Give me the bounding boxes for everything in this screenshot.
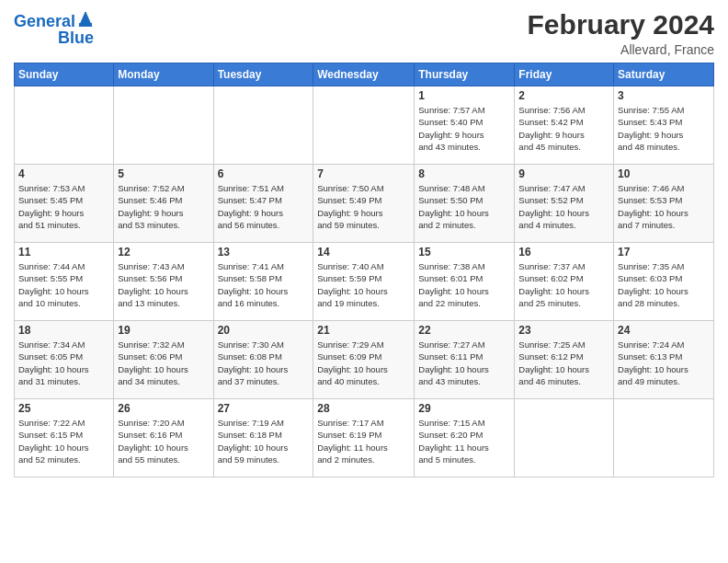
day-number: 7 <box>317 167 410 180</box>
calendar-cell: 3Sunrise: 7:55 AM Sunset: 5:43 PM Daylig… <box>614 86 714 165</box>
day-number: 16 <box>518 246 609 259</box>
day-detail: Sunrise: 7:22 AM Sunset: 6:15 PM Dayligh… <box>18 417 109 465</box>
day-detail: Sunrise: 7:24 AM Sunset: 6:13 PM Dayligh… <box>618 339 710 387</box>
calendar-cell: 11Sunrise: 7:44 AM Sunset: 5:55 PM Dayli… <box>15 243 114 321</box>
day-number: 27 <box>218 402 310 415</box>
day-number: 9 <box>518 167 609 180</box>
day-detail: Sunrise: 7:29 AM Sunset: 6:09 PM Dayligh… <box>317 339 410 387</box>
logo-text-blue: Blue <box>58 29 94 48</box>
calendar-cell: 28Sunrise: 7:17 AM Sunset: 6:19 PM Dayli… <box>313 399 415 477</box>
day-detail: Sunrise: 7:15 AM Sunset: 6:20 PM Dayligh… <box>418 417 510 465</box>
calendar-cell: 23Sunrise: 7:25 AM Sunset: 6:12 PM Dayli… <box>515 321 614 399</box>
day-number: 13 <box>218 246 310 259</box>
day-detail: Sunrise: 7:30 AM Sunset: 6:08 PM Dayligh… <box>218 339 310 387</box>
calendar-week-row: 4Sunrise: 7:53 AM Sunset: 5:45 PM Daylig… <box>15 165 714 243</box>
day-number: 21 <box>317 324 410 337</box>
day-number: 22 <box>418 324 510 337</box>
calendar-cell: 20Sunrise: 7:30 AM Sunset: 6:08 PM Dayli… <box>213 321 313 399</box>
calendar-cell <box>114 86 213 165</box>
calendar-week-row: 1Sunrise: 7:57 AM Sunset: 5:40 PM Daylig… <box>15 86 714 165</box>
day-detail: Sunrise: 7:44 AM Sunset: 5:55 PM Dayligh… <box>18 260 109 309</box>
day-number: 4 <box>18 167 109 180</box>
calendar-cell: 26Sunrise: 7:20 AM Sunset: 6:16 PM Dayli… <box>114 399 213 477</box>
day-number: 2 <box>518 89 609 102</box>
day-detail: Sunrise: 7:55 AM Sunset: 5:43 PM Dayligh… <box>618 104 710 153</box>
day-number: 25 <box>18 402 109 415</box>
logo-icon <box>77 8 94 29</box>
calendar-week-row: 25Sunrise: 7:22 AM Sunset: 6:15 PM Dayli… <box>15 399 714 477</box>
day-detail: Sunrise: 7:41 AM Sunset: 5:58 PM Dayligh… <box>218 260 310 309</box>
calendar-cell: 14Sunrise: 7:40 AM Sunset: 5:59 PM Dayli… <box>313 243 415 321</box>
day-detail: Sunrise: 7:19 AM Sunset: 6:18 PM Dayligh… <box>218 417 310 465</box>
subtitle: Allevard, France <box>528 42 714 57</box>
calendar-cell <box>213 86 313 165</box>
day-detail: Sunrise: 7:34 AM Sunset: 6:05 PM Dayligh… <box>18 339 109 387</box>
calendar-cell: 15Sunrise: 7:38 AM Sunset: 6:01 PM Dayli… <box>415 243 515 321</box>
day-number: 10 <box>618 167 710 180</box>
day-number: 24 <box>618 324 710 337</box>
calendar-cell: 1Sunrise: 7:57 AM Sunset: 5:40 PM Daylig… <box>415 86 515 165</box>
day-detail: Sunrise: 7:48 AM Sunset: 5:50 PM Dayligh… <box>418 182 510 231</box>
day-detail: Sunrise: 7:17 AM Sunset: 6:19 PM Dayligh… <box>317 417 410 465</box>
day-number: 8 <box>418 167 510 180</box>
day-number: 20 <box>218 324 310 337</box>
calendar-cell: 4Sunrise: 7:53 AM Sunset: 5:45 PM Daylig… <box>15 165 114 243</box>
title-area: February 2024 Allevard, France <box>528 9 714 57</box>
calendar-cell: 9Sunrise: 7:47 AM Sunset: 5:52 PM Daylig… <box>515 165 614 243</box>
day-number: 15 <box>418 246 510 259</box>
weekday-header-thursday: Thursday <box>415 63 515 86</box>
day-number: 18 <box>18 324 109 337</box>
day-detail: Sunrise: 7:43 AM Sunset: 5:56 PM Dayligh… <box>118 260 209 309</box>
day-number: 28 <box>317 402 410 415</box>
day-number: 5 <box>118 167 209 180</box>
day-number: 11 <box>18 246 109 259</box>
calendar-cell: 24Sunrise: 7:24 AM Sunset: 6:13 PM Dayli… <box>614 321 714 399</box>
day-detail: Sunrise: 7:27 AM Sunset: 6:11 PM Dayligh… <box>418 339 510 387</box>
day-number: 29 <box>418 402 510 415</box>
day-number: 14 <box>317 246 410 259</box>
day-number: 1 <box>418 89 510 102</box>
calendar-cell: 29Sunrise: 7:15 AM Sunset: 6:20 PM Dayli… <box>415 399 515 477</box>
calendar-cell: 22Sunrise: 7:27 AM Sunset: 6:11 PM Dayli… <box>415 321 515 399</box>
day-detail: Sunrise: 7:52 AM Sunset: 5:46 PM Dayligh… <box>118 182 209 231</box>
weekday-header-row: SundayMondayTuesdayWednesdayThursdayFrid… <box>15 63 714 86</box>
day-detail: Sunrise: 7:50 AM Sunset: 5:49 PM Dayligh… <box>317 182 410 231</box>
day-detail: Sunrise: 7:57 AM Sunset: 5:40 PM Dayligh… <box>418 104 510 153</box>
calendar-cell <box>313 86 415 165</box>
weekday-header-wednesday: Wednesday <box>313 63 415 86</box>
main-title: February 2024 <box>528 9 714 40</box>
svg-rect-0 <box>79 23 92 26</box>
calendar-cell: 21Sunrise: 7:29 AM Sunset: 6:09 PM Dayli… <box>313 321 415 399</box>
header: General Blue February 2024 Allevard, Fra… <box>14 9 714 57</box>
day-detail: Sunrise: 7:47 AM Sunset: 5:52 PM Dayligh… <box>518 182 609 231</box>
day-detail: Sunrise: 7:32 AM Sunset: 6:06 PM Dayligh… <box>118 339 209 387</box>
calendar-cell: 7Sunrise: 7:50 AM Sunset: 5:49 PM Daylig… <box>313 165 415 243</box>
calendar-week-row: 18Sunrise: 7:34 AM Sunset: 6:05 PM Dayli… <box>15 321 714 399</box>
day-number: 12 <box>118 246 209 259</box>
calendar-cell: 16Sunrise: 7:37 AM Sunset: 6:02 PM Dayli… <box>515 243 614 321</box>
day-detail: Sunrise: 7:35 AM Sunset: 6:03 PM Dayligh… <box>618 260 710 309</box>
calendar-cell <box>15 86 114 165</box>
day-detail: Sunrise: 7:53 AM Sunset: 5:45 PM Dayligh… <box>18 182 109 231</box>
page: General Blue February 2024 Allevard, Fra… <box>0 0 728 563</box>
weekday-header-friday: Friday <box>515 63 614 86</box>
calendar-cell: 25Sunrise: 7:22 AM Sunset: 6:15 PM Dayli… <box>15 399 114 477</box>
day-number: 23 <box>518 324 609 337</box>
calendar-cell: 17Sunrise: 7:35 AM Sunset: 6:03 PM Dayli… <box>614 243 714 321</box>
calendar-cell <box>515 399 614 477</box>
calendar-week-row: 11Sunrise: 7:44 AM Sunset: 5:55 PM Dayli… <box>15 243 714 321</box>
calendar-cell: 19Sunrise: 7:32 AM Sunset: 6:06 PM Dayli… <box>114 321 213 399</box>
calendar-cell: 18Sunrise: 7:34 AM Sunset: 6:05 PM Dayli… <box>15 321 114 399</box>
day-detail: Sunrise: 7:40 AM Sunset: 5:59 PM Dayligh… <box>317 260 410 309</box>
calendar-cell <box>614 399 714 477</box>
calendar-cell: 12Sunrise: 7:43 AM Sunset: 5:56 PM Dayli… <box>114 243 213 321</box>
day-detail: Sunrise: 7:46 AM Sunset: 5:53 PM Dayligh… <box>618 182 710 231</box>
day-detail: Sunrise: 7:25 AM Sunset: 6:12 PM Dayligh… <box>518 339 609 387</box>
calendar-table: SundayMondayTuesdayWednesdayThursdayFrid… <box>14 63 714 477</box>
calendar-cell: 27Sunrise: 7:19 AM Sunset: 6:18 PM Dayli… <box>213 399 313 477</box>
weekday-header-saturday: Saturday <box>614 63 714 86</box>
day-detail: Sunrise: 7:38 AM Sunset: 6:01 PM Dayligh… <box>418 260 510 309</box>
weekday-header-tuesday: Tuesday <box>213 63 313 86</box>
calendar-cell: 5Sunrise: 7:52 AM Sunset: 5:46 PM Daylig… <box>114 165 213 243</box>
weekday-header-monday: Monday <box>114 63 213 86</box>
